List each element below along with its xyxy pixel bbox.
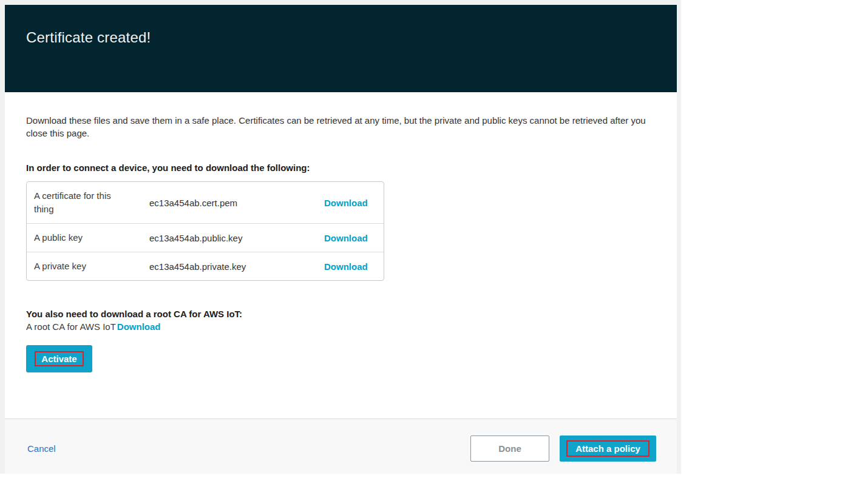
attach-policy-button[interactable]: Attach a policy xyxy=(560,436,656,462)
table-row-certificate: A certificate for this thing ec13a454ab.… xyxy=(27,182,384,224)
files-table: A certificate for this thing ec13a454ab.… xyxy=(26,181,384,281)
page-background: Certificate created! Download these file… xyxy=(0,0,868,481)
table-row-public-key: A public key ec13a454ab.public.key Downl… xyxy=(27,224,384,252)
file-label: A public key xyxy=(27,231,127,244)
intro-text: Download these files and save them in a … xyxy=(26,114,656,140)
root-ca-line: A root CA for AWS IoTDownload xyxy=(26,321,656,332)
file-label: A certificate for this thing xyxy=(27,189,127,216)
download-instruction-heading: In order to connect a device, you need t… xyxy=(26,163,656,173)
dialog-body: Download these files and save them in a … xyxy=(5,92,677,419)
file-name: ec13a454ab.private.key xyxy=(149,261,324,272)
cancel-link[interactable]: Cancel xyxy=(27,443,56,454)
file-name: ec13a454ab.cert.pem xyxy=(149,198,324,208)
table-row-private-key: A private key ec13a454ab.private.key Dow… xyxy=(27,252,384,280)
page-title: Certificate created! xyxy=(26,29,677,46)
footer-buttons: Done Attach a policy xyxy=(470,436,656,462)
download-public-key-link[interactable]: Download xyxy=(324,233,384,243)
activate-button[interactable]: Activate xyxy=(26,345,92,372)
file-name: ec13a454ab.public.key xyxy=(149,233,324,243)
annotation-highlight: Activate xyxy=(35,351,83,366)
dialog-footer: Cancel Done Attach a policy xyxy=(5,419,677,474)
done-button[interactable]: Done xyxy=(470,436,549,462)
dialog-header: Certificate created! xyxy=(5,5,677,92)
root-ca-heading: You also need to download a root CA for … xyxy=(26,309,656,319)
root-ca-label: A root CA for AWS IoT xyxy=(26,321,116,332)
annotation-highlight: Attach a policy xyxy=(566,440,649,457)
download-certificate-link[interactable]: Download xyxy=(324,198,384,208)
download-root-ca-link[interactable]: Download xyxy=(117,321,161,332)
download-private-key-link[interactable]: Download xyxy=(324,261,384,272)
certificate-created-dialog: Certificate created! Download these file… xyxy=(5,5,677,474)
file-label: A private key xyxy=(27,260,127,273)
